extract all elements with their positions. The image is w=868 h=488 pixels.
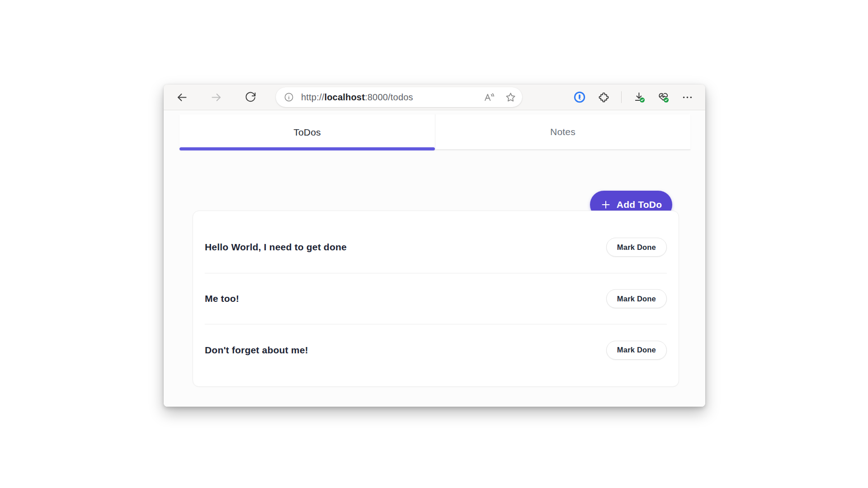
mark-done-button[interactable]: Mark Done [606,238,667,257]
todo-row: Don't forget about me! Mark Done [205,324,667,375]
mark-done-button[interactable]: Mark Done [606,289,667,308]
plus-icon [600,199,611,210]
todo-row: Hello World, I need to get done Mark Don… [205,222,667,273]
toolbar-divider [621,91,622,103]
read-aloud-icon[interactable] [482,91,495,103]
todo-list-card: Hello World, I need to get done Mark Don… [193,211,679,387]
address-bar-actions [482,91,517,103]
mark-done-button[interactable]: Mark Done [606,341,667,360]
toolbar-right-icons [573,91,693,103]
todo-row: Me too! Mark Done [205,273,667,324]
tab-notes[interactable]: Notes [435,114,690,150]
browser-toolbar: http://localhost:8000/todos [164,84,705,110]
url-path: :8000/todos [365,92,413,102]
url-text: http://localhost:8000/todos [301,92,479,103]
back-arrow-icon[interactable] [175,91,188,103]
nav-button-group [175,91,257,103]
active-tab-indicator [179,147,435,150]
heart-pulse-check-icon[interactable] [657,91,670,103]
tab-todos[interactable]: ToDos [179,114,435,150]
forward-arrow-icon[interactable] [210,91,222,103]
1password-icon[interactable] [573,91,586,103]
download-check-icon[interactable] [633,91,646,103]
ellipsis-icon[interactable] [681,91,693,103]
info-icon[interactable] [283,91,295,103]
todo-title: Don't forget about me! [205,345,308,356]
url-host: localhost [324,92,365,102]
desktop-background: http://localhost:8000/todos [0,0,868,488]
tab-notes-label: Notes [550,127,576,137]
puzzle-icon[interactable] [597,91,610,103]
refresh-icon[interactable] [244,91,257,103]
todo-title: Hello World, I need to get done [205,242,347,253]
add-todo-label: Add ToDo [617,199,662,210]
tab-todos-label: ToDos [293,127,321,138]
todo-title: Me too! [205,293,239,304]
url-scheme: http:// [301,92,324,102]
star-icon[interactable] [504,91,517,103]
page-content: ToDos Notes Add ToDo Hello World, I need… [164,110,705,407]
address-bar[interactable]: http://localhost:8000/todos [276,87,522,107]
browser-window: http://localhost:8000/todos [164,84,705,407]
tab-bar: ToDos Notes [179,114,690,150]
